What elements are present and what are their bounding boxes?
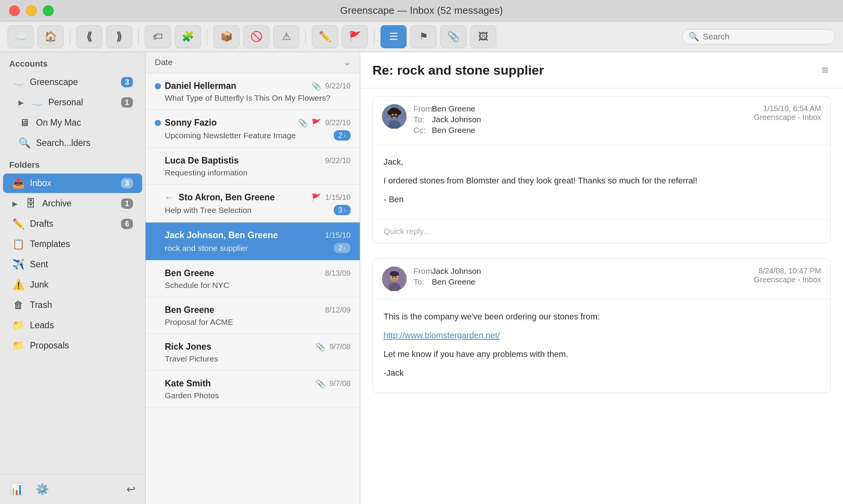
email-item[interactable]: Daniel Hellerman 📎 9/22/10 What Type of … <box>146 73 360 110</box>
minimize-button[interactable] <box>26 5 37 16</box>
attach-button[interactable]: 📎 <box>440 25 466 48</box>
email-subject: Schedule for NYC <box>155 281 351 290</box>
list-view-button[interactable]: ☰ <box>380 25 407 48</box>
archive-icon: 🗄 <box>25 198 37 209</box>
sidebar-item-trash[interactable]: 🗑 Trash <box>3 295 142 315</box>
sidebar-item-leads[interactable]: 📁 Leads <box>3 316 142 335</box>
blomster-link[interactable]: http://www.blomstergarden.net/ <box>384 331 500 340</box>
detail-menu-button[interactable]: ≡ <box>819 61 831 79</box>
email-item[interactable]: Sonny Fazio 📎 🚩 9/22/10 Upcoming Newslet… <box>146 110 360 148</box>
flag-button[interactable]: 🚩 <box>342 25 368 48</box>
sidebar-item-archive[interactable]: ▶ 🗄 Archive 1 <box>3 194 142 213</box>
stats-button[interactable]: 📊 <box>8 481 26 498</box>
thread-badge: 2 › <box>334 130 351 141</box>
email-subject: Help with Tree Selection 3 › <box>155 205 351 215</box>
search-input[interactable] <box>703 32 829 42</box>
email-date: 9/22/10 <box>325 156 351 165</box>
no-unread <box>155 232 161 239</box>
block-button[interactable]: 🚫 <box>243 25 269 48</box>
sidebar-item-personal[interactable]: ▶ ☁️ Personal 1 <box>3 93 142 112</box>
email-subject: Garden Photos <box>155 391 351 400</box>
home-button[interactable]: 🏠 <box>38 25 64 48</box>
templates-icon: 📋 <box>12 238 25 250</box>
sidebar-item-search-folders[interactable]: 🔍 Search...lders <box>3 133 142 153</box>
cloud-button[interactable]: ☁️ <box>8 25 34 48</box>
maximize-button[interactable] <box>43 5 54 16</box>
traffic-lights <box>9 5 54 16</box>
unread-indicator <box>155 83 161 89</box>
sidebar-item-label: Inbox <box>30 178 116 188</box>
email-item[interactable]: Luca De Baptistis 9/22/10 Requesting inf… <box>146 148 360 185</box>
email-item[interactable]: Kate Smith 📎 9/7/08 Garden Photos <box>146 371 360 407</box>
email-item[interactable]: Rick Jones 📎 9/7/08 Travel Pictures <box>146 334 360 371</box>
subject-text: Upcoming Newsletter Feature Image <box>165 131 296 140</box>
tag-button[interactable]: 🏷 <box>145 25 171 48</box>
from-value: Ben Greene <box>432 104 475 113</box>
email-detail: Re: rock and stone supplier ≡ <box>360 52 843 504</box>
plugin-button[interactable]: 🧩 <box>175 25 201 48</box>
sidebar-item-drafts[interactable]: ✏️ Drafts 6 <box>3 214 142 234</box>
body-text: http://www.blomstergarden.net/ <box>384 329 820 342</box>
sidebar-item-label: Drafts <box>30 219 116 229</box>
title-bar: Greenscape — Inbox (52 messages) <box>0 0 843 21</box>
sidebar-item-junk[interactable]: ⚠️ Junk <box>3 275 142 295</box>
to-value: Jack Johnson <box>432 115 481 124</box>
thread-badge: 3 › <box>334 205 351 215</box>
cloud-icon: ☁️ <box>12 76 25 88</box>
compose-button[interactable]: ✏️ <box>312 25 338 48</box>
search-icon: 🔍 <box>689 32 699 42</box>
close-button[interactable] <box>9 5 20 16</box>
sidebar-item-proposals[interactable]: 📁 Proposals <box>3 336 142 355</box>
sender-name: Luca De Baptistis <box>165 155 321 166</box>
junk-button[interactable]: ⚠ <box>273 25 299 48</box>
email-date: 9/22/10 <box>325 118 351 127</box>
image-button[interactable]: 🖼 <box>470 25 496 48</box>
sidebar-item-on-my-mac[interactable]: 🖥 On My Mac <box>3 113 142 133</box>
triangle-icon: ▶ <box>18 98 24 107</box>
email-subject: rock and stone supplier 2 › <box>155 243 351 253</box>
svg-point-8 <box>392 114 393 115</box>
email-subject: Travel Pictures <box>155 354 351 363</box>
detail-header: Re: rock and stone supplier ≡ <box>360 52 843 88</box>
reply-all-button[interactable]: ⟪ <box>76 25 102 48</box>
from-label: From: <box>413 267 429 276</box>
forward-button[interactable]: ⟫ <box>106 25 132 48</box>
svg-point-9 <box>395 114 396 115</box>
quick-reply[interactable]: Quick reply... <box>373 220 830 243</box>
email-item[interactable]: Jack Johnson, Ben Greene 1/15/10 rock an… <box>146 223 360 260</box>
sidebar-badge: 3 <box>121 178 133 188</box>
toolbar-separator-2 <box>138 29 139 44</box>
email-date: 9/22/10 <box>325 82 351 90</box>
sidebar-item-label: Trash <box>30 300 133 310</box>
email-list: Date ⌄ Daniel Hellerman 📎 9/22/10 What T… <box>146 52 360 504</box>
subject-text: Help with Tree Selection <box>165 206 251 215</box>
settings-button[interactable]: ⚙️ <box>33 481 51 498</box>
sidebar-item-inbox[interactable]: 📥 Inbox 3 <box>3 173 142 193</box>
sidebar-item-label: Greenscape <box>30 77 116 87</box>
message-date: 8/24/08, 10:47 PM <box>759 267 821 275</box>
message-meta: From: Jack Johnson To: Ben Greene <box>413 267 747 288</box>
sort-label: Date <box>155 57 344 67</box>
archive-button[interactable]: 📦 <box>213 25 239 48</box>
sender-name: Rick Jones <box>165 342 312 352</box>
email-item[interactable]: ← Sto Akron, Ben Greene 🚩 1/15/10 Help w… <box>146 185 360 223</box>
email-list-header[interactable]: Date ⌄ <box>146 52 360 73</box>
email-date: 1/15/10 <box>325 231 351 240</box>
email-item[interactable]: Ben Greene 8/12/09 Proposal for ACME <box>146 297 360 334</box>
svg-point-13 <box>390 271 399 277</box>
search-box[interactable]: 🔍 <box>682 29 835 44</box>
svg-point-16 <box>395 277 397 278</box>
drafts-icon: ✏️ <box>12 218 25 230</box>
sidebar-item-templates[interactable]: 📋 Templates <box>3 234 142 254</box>
sidebar-item-greenscape[interactable]: ☁️ Greenscape 3 <box>3 72 142 92</box>
sidebar-item-label: Proposals <box>30 340 133 351</box>
toolbar-separator-3 <box>207 29 207 44</box>
email-item[interactable]: Ben Greene 8/13/09 Schedule for NYC <box>146 260 360 297</box>
sidebar-badge: 3 <box>121 77 133 87</box>
body-text: Jack, <box>384 155 820 169</box>
sidebar-item-sent[interactable]: ✈️ Sent <box>3 255 142 274</box>
signout-button[interactable]: ↩ <box>124 481 138 498</box>
flag-icon: 🚩 <box>312 193 321 202</box>
folders-section-label: Folders <box>0 153 145 173</box>
flag2-button[interactable]: ⚑ <box>410 25 436 48</box>
